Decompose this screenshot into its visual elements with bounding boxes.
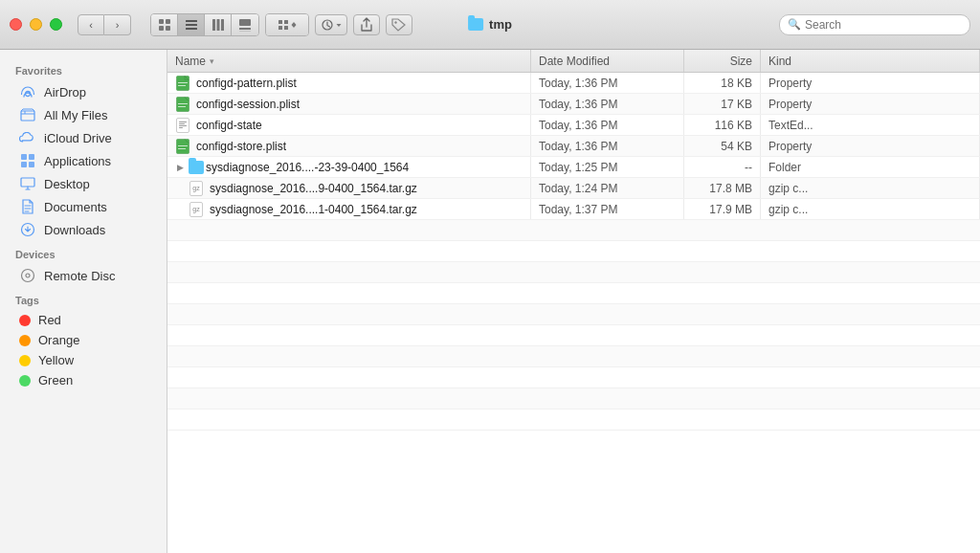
close-button[interactable] [10,18,22,31]
file-date-cell: Today, 1:36 PM [531,136,684,156]
table-row[interactable]: configd-pattern.plist Today, 1:36 PM 18 … [167,73,980,94]
sidebar-item-tag-red[interactable]: Red [4,310,163,330]
file-size-cell: 18 KB [684,73,761,93]
sidebar-item-airdrop[interactable]: AirDrop [4,80,163,103]
file-name-cell: configd-session.plist [167,94,531,114]
kind-column-header[interactable]: Kind [761,50,980,72]
sidebar-item-desktop[interactable]: Desktop [4,172,163,195]
downloads-label: Downloads [44,223,105,237]
devices-header: Devices [0,241,167,264]
downloads-icon [19,221,36,238]
file-date-cell: Today, 1:37 PM [531,199,684,219]
file-size-cell: -- [684,157,761,177]
nav-buttons: ‹ › [78,14,131,35]
sidebar-item-remote-disc[interactable]: Remote Disc [4,264,163,287]
file-name-cell: configd-state [167,115,531,135]
file-size-cell: 17 KB [684,94,761,114]
applications-icon [19,152,36,169]
file-size-cell: 116 KB [684,115,761,135]
icloud-drive-label: iCloud Drive [44,131,112,145]
tag-yellow-label: Yellow [38,353,74,367]
window-title: tmp [489,17,512,32]
svg-point-28 [26,274,30,277]
sidebar-item-downloads[interactable]: Downloads [4,218,163,241]
arrange-button[interactable] [266,14,308,35]
svg-rect-36 [178,145,188,146]
table-row[interactable]: configd-session.plist Today, 1:36 PM 17 … [167,94,980,115]
file-date-cell: Today, 1:36 PM [531,94,684,114]
cover-flow-button[interactable] [232,14,258,35]
table-row[interactable]: configd-store.plist Today, 1:36 PM 54 KB… [167,136,980,157]
sidebar-item-tag-yellow[interactable]: Yellow [4,350,163,370]
all-my-files-icon [19,106,36,123]
sidebar-item-tag-green[interactable]: Green [4,370,163,390]
disc-icon [19,267,36,284]
file-date-cell: Today, 1:36 PM [531,115,684,135]
file-name-cell: gz sysdiagnose_2016....9-0400_1564.tar.g… [167,178,531,198]
icloud-icon [19,129,36,146]
file-name-cell: ▶ sysdiagnose_2016....-23-39-0400_1564 [167,157,531,177]
table-row[interactable]: gz sysdiagnose_2016....9-0400_1564.tar.g… [167,178,980,199]
svg-rect-31 [178,85,186,86]
share-button[interactable] [353,14,380,35]
minimize-button[interactable] [30,18,42,31]
svg-rect-25 [21,178,34,187]
back-button[interactable]: ‹ [78,14,104,35]
column-view-button[interactable] [205,14,232,35]
table-row[interactable]: configd-state Today, 1:36 PM 116 KB Text… [167,115,980,136]
date-column-header[interactable]: Date Modified [531,50,684,72]
name-column-header[interactable]: Name ▾ [167,50,531,72]
sidebar-item-all-my-files[interactable]: All My Files [4,103,163,126]
svg-rect-23 [21,162,27,167]
tag-button[interactable] [386,14,412,35]
file-kind-cell: TextEd... [761,115,980,135]
empty-row [167,409,980,431]
icon-view-button[interactable] [151,14,178,35]
file-size-cell: 17.8 MB [684,178,761,198]
sidebar-item-applications[interactable]: Applications [4,149,163,172]
file-kind-cell: Folder [761,157,980,177]
svg-rect-12 [239,31,251,32]
airdrop-label: AirDrop [44,85,86,100]
empty-row [167,388,980,409]
svg-rect-4 [186,20,197,22]
search-area: 🔍 [779,14,970,35]
list-view-button[interactable] [178,14,205,35]
sidebar-item-icloud-drive[interactable]: iCloud Drive [4,126,163,149]
file-pane: Name ▾ Date Modified Size Kind [167,50,980,553]
orange-tag-dot [19,335,31,346]
disclosure-triangle[interactable]: ▶ [175,163,185,172]
size-column-header[interactable]: Size [684,50,761,72]
svg-rect-20 [21,111,34,121]
svg-rect-22 [29,154,34,160]
empty-row [167,346,980,367]
maximize-button[interactable] [50,18,62,31]
svg-rect-14 [284,20,288,24]
search-box[interactable]: 🔍 [779,14,970,35]
tag-red-label: Red [38,313,61,327]
search-icon: 🔍 [788,18,801,31]
documents-icon [19,198,36,215]
tag-green-label: Green [38,373,73,387]
table-row[interactable]: gz sysdiagnose_2016....1-0400_1564.tar.g… [167,199,980,220]
search-input[interactable] [805,18,962,32]
red-tag-dot [19,315,31,326]
svg-rect-16 [284,26,288,30]
file-list: configd-pattern.plist Today, 1:36 PM 18 … [167,73,980,553]
svg-rect-11 [239,28,251,30]
desktop-label: Desktop [44,177,90,191]
titlebar: ‹ › [0,0,980,50]
table-row[interactable]: ▶ sysdiagnose_2016....-23-39-0400_1564 T… [167,157,980,178]
empty-row [167,325,980,346]
plist-icon [175,97,190,112]
sidebar-item-documents[interactable]: Documents [4,195,163,218]
svg-rect-6 [186,28,197,30]
favorites-header: Favorites [0,57,167,80]
text-file-icon [175,118,190,133]
forward-button[interactable]: › [104,14,131,35]
file-size-cell: 17.9 MB [684,199,761,219]
action-button[interactable] [315,14,347,35]
svg-rect-9 [221,19,224,31]
sidebar-item-tag-orange[interactable]: Orange [4,330,163,350]
all-my-files-label: All My Files [44,108,107,122]
